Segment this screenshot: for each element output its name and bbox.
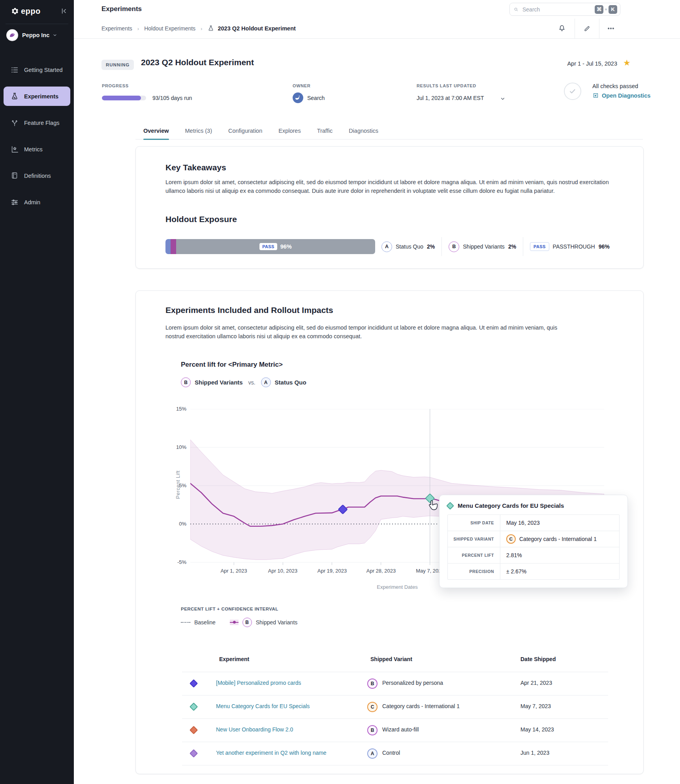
- variant-a-badge: A: [261, 377, 271, 387]
- variant-a-badge: A: [381, 241, 392, 252]
- list-icon: [10, 66, 19, 74]
- tab-traffic[interactable]: Traffic: [317, 122, 332, 139]
- legend-divider: [523, 237, 523, 256]
- sidebar-item-definitions[interactable]: Definitions: [4, 166, 70, 185]
- tab-metrics[interactable]: Metrics (3): [185, 122, 212, 139]
- cmd-key-badge: ⌘: [595, 5, 603, 14]
- y-tick-label: 10%: [150, 444, 186, 450]
- owner-name: Search: [307, 95, 325, 101]
- sidebar-item-label: Admin: [24, 199, 40, 205]
- x-tick-label: Apr 1, 2023: [206, 568, 261, 574]
- exposure-segment-shipped: [171, 239, 176, 254]
- baseline-label: Baseline: [194, 619, 216, 626]
- sidebar-item-experiments[interactable]: Experiments: [4, 87, 70, 106]
- sidebar-item-metrics[interactable]: Metrics: [4, 139, 70, 159]
- variant-b-badge: B: [449, 241, 459, 252]
- sidebar-item-label: Definitions: [24, 173, 51, 179]
- experiment-diamond-icon: [190, 703, 198, 711]
- book-icon: [10, 172, 19, 180]
- bell-icon: [558, 24, 566, 33]
- experiment-link[interactable]: [Mobile] Personalized promo cards: [216, 680, 301, 686]
- x-tick-label: Apr 28, 2023: [353, 568, 409, 574]
- tooltip-row-value: C Category cards - International 1: [500, 534, 597, 544]
- split-branch-icon: [10, 119, 19, 127]
- column-header-shipped-variant: Shipped Variant: [370, 656, 412, 662]
- more-actions-button[interactable]: [606, 23, 616, 34]
- legend-label: Shipped Variants: [463, 243, 505, 250]
- table-row[interactable]: [Mobile] Personalized promo cards B Pers…: [182, 672, 608, 695]
- legend-shipped-variants: B Shipped Variants 2%: [449, 241, 516, 252]
- confidence-band-swatch: [230, 620, 239, 625]
- tab-explores[interactable]: Explores: [278, 122, 301, 139]
- y-tick-label: 0%: [150, 521, 186, 527]
- sidebar-collapse-icon[interactable]: [60, 7, 68, 15]
- progress-bar-fill: [102, 96, 141, 100]
- table-row[interactable]: New User Onboarding Flow 2.0 B Wizard au…: [182, 719, 608, 742]
- search-icon: [514, 6, 518, 13]
- column-header-date-shipped: Date Shipped: [520, 656, 556, 662]
- rollout-impacts-body: Lorem ipsum dolor sit amet, consectetur …: [165, 323, 564, 341]
- open-diagnostics-link[interactable]: Open Diagnostics: [592, 92, 650, 99]
- sidebar-nav: Getting Started Experiments Feature Flag…: [4, 60, 70, 212]
- sidebar-item-feature-flags[interactable]: Feature Flags: [4, 113, 70, 132]
- variant-c-badge: C: [367, 702, 378, 712]
- pencil-icon: [583, 24, 591, 32]
- breadcrumb-current-label: 2023 Q2 Holdout Experiment: [218, 25, 295, 32]
- search-input[interactable]: [522, 6, 595, 13]
- tooltip-row-label: SHIP DATE: [448, 515, 500, 531]
- breadcrumb-experiments[interactable]: Experiments: [101, 25, 132, 32]
- legend-value: 96%: [599, 243, 610, 250]
- k-key-badge: K: [609, 5, 617, 14]
- favorite-star-icon[interactable]: ★: [623, 58, 631, 68]
- global-search[interactable]: ⌘ + K: [509, 3, 620, 16]
- notifications-button[interactable]: [557, 23, 567, 34]
- tooltip-row-label: SHIPPED VARIANT: [448, 531, 500, 547]
- pass-badge: PASS: [530, 242, 549, 251]
- date-shipped: Jun 1, 2023: [520, 750, 549, 756]
- checks-passed-icon: [564, 83, 581, 100]
- table-row[interactable]: Menu Category Cards for EU Specials C Ca…: [182, 695, 608, 718]
- variant-b-badge: B: [181, 377, 191, 387]
- table-divider: [182, 765, 608, 765]
- experiment-link[interactable]: New User Onboarding Flow 2.0: [216, 726, 293, 733]
- holdout-exposure-title: Holdout Exposure: [165, 215, 237, 224]
- variant-name: Category cards - International 1: [382, 703, 460, 709]
- open-diagnostics-icon: [592, 92, 599, 99]
- tooltip-header: Menu Category Cards for EU Specials: [447, 502, 620, 509]
- breadcrumb-separator: ›: [137, 26, 139, 32]
- comparison-a-label: Status Quo: [275, 379, 306, 386]
- sidebar-item-label: Feature Flags: [24, 120, 59, 126]
- owner-avatar: [293, 92, 303, 103]
- experiment-link[interactable]: Menu Category Cards for EU Specials: [216, 703, 310, 709]
- tab-diagnostics[interactable]: Diagnostics: [349, 122, 378, 139]
- results-updated-chevron-down-icon[interactable]: [500, 96, 505, 102]
- header-divider: [575, 19, 575, 38]
- key-takeaways-body: Lorem ipsum dolor sit amet, consectetur …: [165, 178, 611, 196]
- page-title: Experiments: [101, 5, 142, 13]
- sidebar-item-admin[interactable]: Admin: [4, 192, 70, 212]
- workspace-chevron-down-icon: [53, 33, 57, 38]
- pass-percentage: 96%: [280, 243, 292, 250]
- tooltip-row: PRECISION ± 2.67%: [448, 563, 619, 579]
- logo-row: eppo: [0, 0, 74, 22]
- ellipsis-icon: [607, 24, 615, 32]
- flask-icon: [207, 25, 214, 32]
- flask-icon: [10, 92, 19, 101]
- workspace-switcher[interactable]: Peppo Inc: [0, 28, 74, 42]
- tab-overview[interactable]: Overview: [143, 122, 169, 139]
- chart-star-icon: [10, 145, 19, 154]
- chart-tooltip: Menu Category Cards for EU Specials SHIP…: [439, 495, 628, 588]
- experiment-diamond-icon: [190, 726, 198, 734]
- hand-cursor-icon: [426, 499, 439, 514]
- experiment-link[interactable]: Yet another experiment in Q2 with long n…: [216, 750, 327, 756]
- tab-configuration[interactable]: Configuration: [228, 122, 262, 139]
- progress-bar: [102, 96, 146, 100]
- sidebar-item-getting-started[interactable]: Getting Started: [4, 60, 70, 79]
- breadcrumb-holdout-experiments[interactable]: Holdout Experiments: [144, 25, 195, 32]
- edit-button[interactable]: [582, 23, 592, 34]
- chart-comparison-legend: B Shipped Variants vs. A Status Quo: [181, 377, 306, 387]
- experiment-diamond-icon: [190, 679, 198, 688]
- eppo-flower-icon: [11, 7, 19, 15]
- rollout-impacts-title: Experiments Included and Rollout Impacts: [165, 305, 333, 315]
- table-row[interactable]: Yet another experiment in Q2 with long n…: [182, 742, 608, 765]
